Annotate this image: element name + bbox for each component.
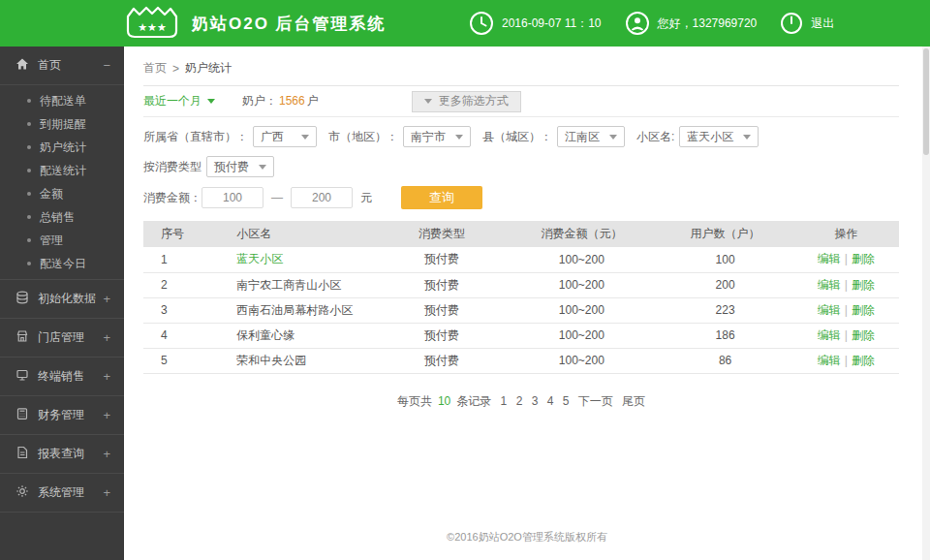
action-separator: | bbox=[845, 303, 848, 317]
section-label: 报表查询 bbox=[38, 446, 84, 462]
page-1[interactable]: 1 bbox=[501, 394, 508, 408]
cell-type: 预付费 bbox=[378, 323, 507, 348]
cell-community[interactable]: 南宁农工商青山小区 bbox=[211, 272, 378, 297]
sidebar-item-terminal-sales[interactable]: 终端销售 + bbox=[0, 358, 124, 396]
cell-amount: 100~200 bbox=[506, 272, 657, 297]
sidebar-item-customer-stats[interactable]: 奶户统计 bbox=[0, 136, 124, 159]
breadcrumb-home[interactable]: 首页 bbox=[143, 60, 167, 77]
sidebar-item-init-data[interactable]: 初始化数据 + bbox=[0, 280, 124, 319]
expand-toggle[interactable]: + bbox=[103, 330, 110, 345]
col-header-type: 消费类型 bbox=[378, 221, 507, 247]
table-header-row: 序号 小区名 消费类型 消费金额（元） 用户数（户） 操作 bbox=[143, 221, 899, 247]
expand-toggle[interactable]: + bbox=[103, 369, 110, 384]
per-page-suffix: 条记录 bbox=[456, 394, 491, 408]
delete-link[interactable]: 删除 bbox=[852, 328, 875, 342]
app-logo: ★★★ bbox=[124, 5, 180, 43]
last-page-button[interactable]: 尾页 bbox=[622, 394, 645, 408]
community-value: 蓝天小区 bbox=[687, 129, 733, 145]
subitem-label: 配送统计 bbox=[40, 163, 86, 179]
sidebar-item-management[interactable]: 管理 bbox=[0, 229, 124, 252]
delete-link[interactable]: 删除 bbox=[852, 278, 875, 292]
cell-community[interactable]: 荣和中央公园 bbox=[211, 348, 378, 373]
cell-community[interactable]: 西南石油局幕村路小区 bbox=[211, 297, 378, 323]
table-row: 2 南宁农工商青山小区 预付费 100~200 200 编辑|删除 bbox=[143, 272, 899, 297]
next-page-button[interactable]: 下一页 bbox=[578, 394, 613, 408]
table-row: 4 保利童心缘 预付费 100~200 186 编辑|删除 bbox=[143, 323, 899, 348]
cell-no: 5 bbox=[143, 348, 211, 373]
amount-unit: 元 bbox=[360, 190, 372, 206]
sidebar-item-amount[interactable]: 金额 bbox=[0, 182, 124, 205]
bullet-icon bbox=[27, 262, 31, 265]
expand-toggle[interactable]: + bbox=[103, 485, 110, 500]
logout-button[interactable]: 退出 bbox=[811, 16, 834, 32]
period-filter[interactable]: 最近一个月 bbox=[143, 93, 215, 109]
collapse-toggle[interactable]: − bbox=[103, 58, 110, 73]
customer-count: 奶户：1566户 bbox=[242, 93, 319, 109]
chevron-down-icon bbox=[609, 135, 617, 140]
edit-link[interactable]: 编辑 bbox=[818, 278, 841, 292]
cell-community[interactable]: 保利童心缘 bbox=[211, 323, 378, 348]
sidebar-item-store-management[interactable]: 门店管理 + bbox=[0, 319, 124, 358]
power-icon[interactable] bbox=[780, 12, 803, 35]
edit-link[interactable]: 编辑 bbox=[818, 252, 841, 265]
expand-toggle[interactable]: + bbox=[103, 408, 110, 422]
count-suffix: 户 bbox=[307, 94, 319, 108]
sidebar-item-home[interactable]: 首页 − bbox=[0, 47, 124, 85]
page-4[interactable]: 4 bbox=[547, 394, 554, 408]
per-page-value[interactable]: 10 bbox=[438, 394, 450, 408]
edit-link[interactable]: 编辑 bbox=[818, 354, 841, 367]
scrollbar-thumb[interactable] bbox=[923, 48, 929, 155]
edit-link[interactable]: 编辑 bbox=[818, 303, 841, 317]
county-value: 江南区 bbox=[565, 129, 600, 145]
chevron-down-icon bbox=[207, 99, 215, 104]
table-row: 3 西南石油局幕村路小区 预付费 100~200 223 编辑|删除 bbox=[143, 297, 899, 323]
bullet-icon bbox=[27, 169, 31, 172]
province-value: 广西 bbox=[261, 129, 284, 145]
page-2[interactable]: 2 bbox=[516, 394, 523, 408]
action-separator: | bbox=[845, 278, 848, 292]
edit-link[interactable]: 编辑 bbox=[818, 328, 841, 342]
province-select[interactable]: 广西 bbox=[253, 126, 317, 147]
cell-users: 100 bbox=[657, 247, 792, 272]
expand-toggle[interactable]: + bbox=[103, 447, 110, 461]
page-5[interactable]: 5 bbox=[563, 394, 570, 408]
sidebar-item-pending-orders[interactable]: 待配送单 bbox=[0, 89, 124, 112]
terminal-icon bbox=[16, 368, 29, 385]
amount-colon: ： bbox=[190, 190, 202, 206]
delete-link[interactable]: 删除 bbox=[852, 252, 875, 265]
sidebar-item-delivery-stats[interactable]: 配送统计 bbox=[0, 159, 124, 182]
sidebar-item-expiry-reminder[interactable]: 到期提醒 bbox=[0, 112, 124, 136]
amount-min-input[interactable] bbox=[202, 187, 264, 208]
delete-link[interactable]: 删除 bbox=[852, 303, 875, 317]
type-select[interactable]: 预付费 bbox=[206, 156, 274, 177]
sidebar-item-system-management[interactable]: 系统管理 + bbox=[0, 474, 124, 513]
clock-icon bbox=[469, 11, 494, 36]
delete-link[interactable]: 删除 bbox=[852, 354, 875, 367]
county-select[interactable]: 江南区 bbox=[557, 126, 625, 147]
svg-text:★★★: ★★★ bbox=[138, 21, 167, 33]
query-button[interactable]: 查询 bbox=[401, 186, 482, 209]
sidebar-item-delivery-today[interactable]: 配送今日 bbox=[0, 252, 124, 275]
cell-type: 预付费 bbox=[378, 247, 507, 272]
expand-toggle[interactable]: + bbox=[103, 292, 110, 306]
sidebar-item-total-sales[interactable]: 总销售 bbox=[0, 205, 124, 229]
bullet-icon bbox=[27, 215, 31, 219]
cell-actions: 编辑|删除 bbox=[793, 247, 899, 272]
city-select[interactable]: 南宁市 bbox=[403, 126, 471, 147]
datetime-label: 2016-09-07 11：10 bbox=[502, 16, 602, 32]
report-icon bbox=[16, 446, 29, 462]
community-select[interactable]: 蓝天小区 bbox=[679, 126, 759, 147]
action-separator: | bbox=[845, 252, 848, 265]
county-label: 县（城区）： bbox=[482, 129, 552, 145]
sidebar-item-finance-management[interactable]: 财务管理 + bbox=[0, 396, 124, 435]
city-value: 南宁市 bbox=[411, 129, 446, 145]
page-3[interactable]: 3 bbox=[532, 394, 539, 408]
more-filters-button[interactable]: 更多筛选方式 bbox=[412, 91, 521, 112]
breadcrumb-separator: > bbox=[172, 62, 179, 76]
type-value: 预付费 bbox=[214, 159, 249, 175]
amount-max-input[interactable] bbox=[291, 187, 353, 208]
scrollbar[interactable] bbox=[922, 47, 930, 560]
cell-community[interactable]: 蓝天小区 bbox=[211, 247, 378, 272]
sidebar-item-report-query[interactable]: 报表查询 + bbox=[0, 435, 124, 474]
amount-label: 消费金额 bbox=[143, 190, 190, 206]
